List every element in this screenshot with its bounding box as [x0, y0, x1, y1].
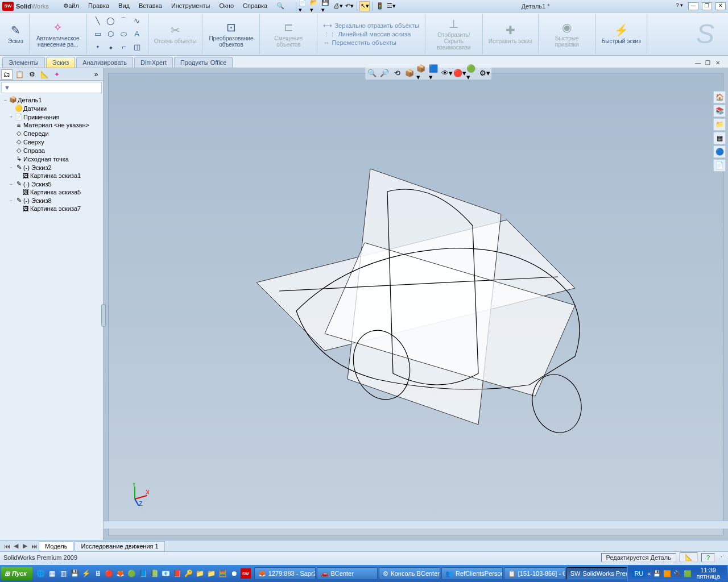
close-button[interactable]: ✕ — [715, 2, 726, 10]
custom-props-icon[interactable]: 📄 — [713, 159, 726, 172]
menu-tools[interactable]: Инструменты — [168, 1, 214, 11]
spline-icon[interactable]: ∿ — [131, 15, 143, 27]
view-settings-icon[interactable]: ⚙▾ — [479, 67, 490, 78]
polygon-icon[interactable]: ⬡ — [105, 28, 117, 40]
scene-icon[interactable]: 🟢▾ — [466, 67, 478, 78]
task-button[interactable]: 🚗BCenter — [317, 567, 378, 580]
rect-icon[interactable]: ▭ — [92, 28, 104, 40]
design-library-icon[interactable]: 📚 — [713, 105, 726, 117]
ql-tc-icon[interactable]: ▦ — [47, 568, 57, 579]
point-icon[interactable]: • — [92, 41, 104, 53]
ql-rec-icon[interactable]: ⏺ — [229, 568, 239, 579]
lang-indicator[interactable]: RU — [632, 569, 645, 577]
show-hide-button[interactable]: ⊥Отобразить/Скрыть взаимосвязи — [429, 16, 479, 52]
ql-outlook-icon[interactable]: 📧 — [161, 568, 171, 579]
print-icon[interactable]: 🖨▾ — [333, 1, 343, 11]
task-button[interactable]: SWSolidWorks Premium ... — [566, 567, 628, 580]
panel-resize-handle[interactable] — [101, 304, 106, 327]
tab-motion-study[interactable]: Исследование движения 1 — [75, 541, 164, 551]
sw-resources-icon[interactable]: 🏠 — [713, 91, 726, 103]
ql-save-icon[interactable]: 💾 — [70, 568, 80, 579]
tab-next-icon[interactable]: ▶ — [20, 542, 30, 550]
tree-item[interactable]: +📄Примечания — [1, 113, 102, 121]
ql-folder-icon[interactable]: 📁 — [195, 568, 205, 579]
graphics-viewport[interactable]: 🔍 🔎 ⟲ 📦 📦▾ 🟦▾ 👁▾ 🔴▾ 🟢▾ ⚙▾ 🏠 📚 📁 ▦ 🔵 📄 — [104, 68, 728, 540]
tray-net-icon[interactable]: 🔌 — [673, 570, 681, 577]
tab-first-icon[interactable]: ⏮ — [2, 543, 11, 550]
tray-expand-icon[interactable]: « — [647, 570, 651, 577]
ql-folder2-icon[interactable]: 📁 — [206, 568, 217, 579]
zoom-area-icon[interactable]: 🔎 — [379, 67, 390, 78]
zoom-fit-icon[interactable]: 🔍 — [366, 67, 378, 78]
menu-view[interactable]: Вид — [115, 1, 133, 11]
tree-item[interactable]: ≡Материал <не указан> — [1, 121, 102, 129]
task-button[interactable]: 👥RefClientsPersons — [441, 567, 503, 580]
section-view-icon[interactable]: 📦 — [404, 67, 415, 78]
menu-insert[interactable]: Вставка — [135, 1, 166, 11]
ql-pdf-icon[interactable]: 📕 — [172, 568, 183, 579]
filter-input[interactable]: ▼ — [1, 82, 102, 93]
fm-tab-display-icon[interactable]: ✦ — [51, 69, 63, 80]
move-button[interactable]: ↔Переместить объекты — [321, 39, 398, 47]
tab-model[interactable]: Модель — [39, 541, 73, 551]
new-icon[interactable]: 📄▾ — [299, 1, 309, 11]
tree-item[interactable]: ◇Справа — [1, 146, 102, 155]
file-explorer-icon[interactable]: 📁 — [713, 118, 726, 131]
task-button[interactable]: 📋[151-103-866] - Окно со... — [504, 567, 565, 580]
task-button[interactable]: ⚙Консоль BCenter — [379, 567, 440, 580]
tree-item[interactable]: ◇Сверху — [1, 138, 102, 146]
tab-dimxpert[interactable]: DimXpert — [134, 57, 173, 68]
ql-key-icon[interactable]: 🔑 — [184, 568, 194, 579]
fm-tab-property-icon[interactable]: 📋 — [14, 69, 25, 80]
status-help-icon[interactable]: ? — [701, 553, 715, 562]
expand-icon[interactable]: » — [90, 69, 102, 80]
tab-features[interactable]: Элементы — [2, 57, 45, 68]
maximize-button[interactable]: ❐ — [702, 2, 712, 10]
minimize-button[interactable]: — — [688, 2, 698, 10]
undo-icon[interactable]: ↶▾ — [344, 1, 354, 11]
ql-far-icon[interactable]: ▥ — [59, 568, 69, 579]
rapid-sketch-button[interactable]: ⚡Быстрый эскиз — [599, 22, 643, 45]
search-icon[interactable]: 🔍 — [273, 1, 288, 11]
display-style-icon[interactable]: 🟦▾ — [429, 67, 440, 78]
appearances-icon[interactable]: 🔵 — [713, 146, 726, 158]
convert-button[interactable]: ⊡Преобразование объектов — [206, 19, 256, 49]
menu-file[interactable]: Файл — [60, 1, 82, 11]
circle-icon[interactable]: ◯ — [105, 15, 117, 27]
open-icon[interactable]: 📂▾ — [310, 1, 320, 11]
select-icon[interactable]: ↖▾ — [359, 1, 370, 11]
tree-item[interactable]: 🖼Картинка эскиза7 — [1, 205, 102, 213]
rebuild-icon[interactable]: 🚦 — [375, 1, 385, 11]
tree-item[interactable]: −✎(-) Эскиз5 — [1, 180, 102, 188]
quick-snaps-button[interactable]: ◉Быстрые привязки — [542, 19, 592, 49]
ql-wmp-icon[interactable]: 🟢 — [127, 568, 137, 579]
tree-root[interactable]: −📦Деталь1 — [1, 95, 102, 104]
appearance-icon[interactable]: 🔴▾ — [454, 67, 465, 78]
view-orientation-icon[interactable]: 📦▾ — [416, 67, 428, 78]
options-icon[interactable]: ☰▾ — [386, 1, 396, 11]
tray-disk-icon[interactable]: 💾 — [653, 570, 661, 577]
help-dropdown[interactable]: ? ▾ — [675, 2, 685, 10]
hide-show-icon[interactable]: 👁▾ — [441, 67, 453, 78]
menu-edit[interactable]: Правка — [85, 1, 113, 11]
bottom-splitter[interactable] — [104, 521, 728, 529]
ql-opera-icon[interactable]: 🔴 — [104, 568, 114, 579]
mdi-restore[interactable]: ❐ — [705, 60, 713, 68]
menu-window[interactable]: Окно — [216, 1, 237, 11]
tree-item[interactable]: −✎(-) Эскиз8 — [1, 196, 102, 205]
tree-item[interactable]: 🖼Картинка эскиза1 — [1, 172, 102, 180]
menu-help[interactable]: Справка — [239, 1, 271, 11]
offset-button[interactable]: ⊏Смещение объектов — [263, 19, 313, 49]
line-icon[interactable]: ╲ — [92, 15, 104, 27]
status-unit-icon[interactable]: 📐 — [680, 552, 698, 562]
tree-item[interactable]: 🟡Датчики — [1, 104, 102, 113]
tab-evaluate[interactable]: Анализировать — [76, 57, 133, 68]
text-icon[interactable]: A — [131, 28, 143, 40]
slot-icon[interactable]: ⬭ — [118, 28, 130, 40]
tree-item[interactable]: 🖼Картинка эскиза5 — [1, 188, 102, 196]
plane-icon[interactable]: ◫ — [131, 41, 143, 53]
ql-winamp-icon[interactable]: ⚡ — [81, 568, 92, 579]
smart-dimension-button[interactable]: ✧Автоматическое нанесение ра... — [33, 19, 83, 49]
mdi-close[interactable]: ✕ — [715, 60, 723, 68]
fm-tab-config-icon[interactable]: ⚙ — [26, 69, 38, 80]
